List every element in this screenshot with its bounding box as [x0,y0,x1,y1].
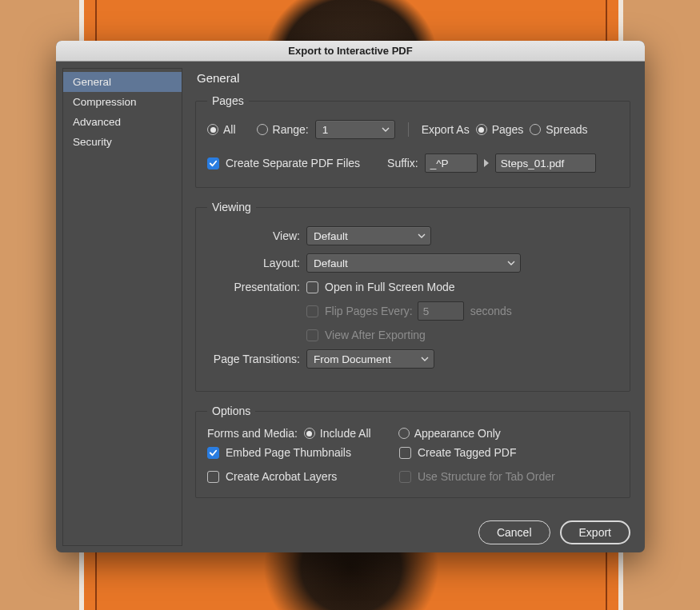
page-transitions-label: Page Transitions: [207,353,306,365]
pages-range-select[interactable]: 1 [315,120,395,139]
flip-pages-checkbox: Flip Pages Every: [306,305,413,317]
sidebar-item-compression[interactable]: Compression [63,92,182,112]
select-value: Default [314,257,348,269]
view-label: View: [207,229,306,242]
radio-dot-icon [207,124,218,135]
sidebar-item-label: Compression [73,96,137,108]
panel-heading: General [197,71,630,85]
radio-dot-icon [398,428,410,439]
embed-thumbnails-checkbox[interactable]: Embed Page Thumbnails [207,446,351,459]
arrow-right-icon [484,159,489,167]
create-tagged-pdf-checkbox[interactable]: Create Tagged PDF [399,446,555,459]
chevron-down-icon [418,232,426,240]
fullscreen-checkbox[interactable]: Open in Full Screen Mode [306,281,455,293]
pages-group: Pages All Range: 1 [195,94,630,188]
forms-media-label: Forms and Media: [207,427,298,440]
radio-label: All [223,123,236,136]
filename-preview: Steps_01.pdf [495,153,596,173]
checkbox-label: Open in Full Screen Mode [325,281,455,293]
checkbox-icon [306,329,318,341]
background-illustration [247,547,455,610]
category-sidebar: General Compression Advanced Security [62,68,182,546]
sidebar-item-advanced[interactable]: Advanced [63,112,182,132]
radio-label: Appearance Only [414,427,501,440]
export-interactive-pdf-dialog: Export to Interactive PDF General Compre… [56,41,645,552]
pages-legend: Pages [207,94,249,107]
flip-seconds-input: 5 [418,301,464,321]
select-value: 1 [322,124,329,136]
checkbox-icon [306,281,318,293]
viewing-group: Viewing View: Default Layout: Default [195,201,630,392]
create-separate-pdf-checkbox[interactable]: Create Separate PDF Files [207,157,360,169]
export-as-label: Export As [422,123,470,136]
use-structure-tab-order-checkbox: Use Structure for Tab Order [399,470,555,483]
radio-label: Include All [320,427,371,440]
radio-dot-icon [530,124,541,135]
filename-value: Steps_01.pdf [501,157,565,169]
checkbox-icon [399,471,411,483]
layout-label: Layout: [207,257,306,269]
checkbox-icon [306,305,318,317]
checkbox-label: Create Separate PDF Files [226,157,360,169]
create-acrobat-layers-checkbox[interactable]: Create Acrobat Layers [207,470,351,483]
checkbox-label: Embed Page Thumbnails [226,446,351,459]
pages-range-radio[interactable]: Range: [257,123,309,136]
input-value: _^P [430,157,449,169]
options-group: Options Forms and Media: Include All App… [195,405,630,498]
separator [408,122,409,137]
sidebar-item-label: General [73,76,111,88]
pages-all-radio[interactable]: All [207,123,236,136]
radio-label: Range: [273,123,309,136]
options-legend: Options [207,405,255,417]
button-label: Export [579,526,611,539]
checkbox-icon [207,447,219,459]
forms-include-all-radio[interactable]: Include All [304,427,371,440]
radio-dot-icon [304,428,315,439]
seconds-label: seconds [470,305,512,317]
checkbox-icon [207,157,219,169]
sidebar-item-label: Advanced [73,116,121,128]
export-button[interactable]: Export [560,520,630,544]
radio-dot-icon [257,124,268,135]
radio-dot-icon [476,124,487,135]
checkbox-label: Flip Pages Every: [325,305,413,317]
input-value: 5 [423,305,430,317]
chevron-down-icon [507,259,515,267]
button-label: Cancel [497,526,532,539]
viewing-legend: Viewing [207,201,256,213]
view-after-exporting-checkbox: View After Exporting [306,329,426,341]
sidebar-item-general[interactable]: General [63,72,182,92]
checkbox-label: View After Exporting [325,329,426,341]
view-select[interactable]: Default [306,226,431,245]
checkbox-label: Create Acrobat Layers [226,470,337,483]
radio-label: Pages [492,123,524,136]
forms-appearance-only-radio[interactable]: Appearance Only [398,427,501,440]
chevron-down-icon [421,355,429,363]
checkbox-icon [399,447,411,459]
select-value: Default [314,230,348,242]
cancel-button[interactable]: Cancel [478,520,550,544]
sidebar-item-security[interactable]: Security [63,132,182,152]
presentation-label: Presentation: [207,281,306,293]
checkbox-label: Use Structure for Tab Order [418,470,555,483]
sidebar-item-label: Security [73,136,112,148]
export-as-pages-radio[interactable]: Pages [476,123,524,136]
checkbox-icon [207,471,219,483]
dialog-title: Export to Interactive PDF [56,41,645,62]
radio-label: Spreads [546,123,587,136]
chevron-down-icon [382,126,390,134]
suffix-input[interactable]: _^P [425,153,478,173]
select-value: From Document [314,353,391,365]
layout-select[interactable]: Default [306,253,521,273]
export-as-spreads-radio[interactable]: Spreads [530,123,587,136]
page-transitions-select[interactable]: From Document [306,349,434,369]
checkbox-label: Create Tagged PDF [418,446,516,459]
suffix-label: Suffix: [387,157,418,169]
